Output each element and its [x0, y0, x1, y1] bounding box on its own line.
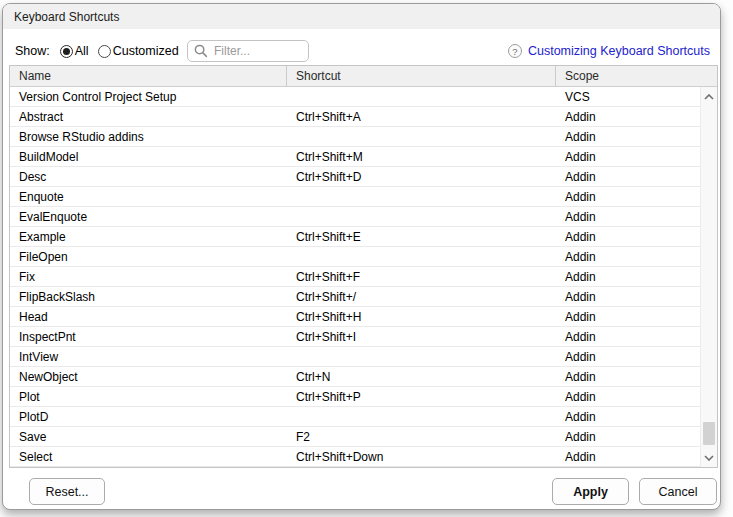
column-header-name[interactable]: Name [10, 66, 287, 86]
radio-all-label: All [75, 44, 89, 58]
cell-shortcut [287, 247, 556, 266]
radio-customized[interactable]: Customized [98, 44, 179, 58]
cell-shortcut: Ctrl+Shift+M [287, 147, 556, 166]
cell-shortcut: Ctrl+Shift+E [287, 227, 556, 246]
scroll-up-icon[interactable] [701, 89, 717, 104]
table-row[interactable]: IntView Addin [10, 347, 717, 367]
scrollbar-thumb[interactable] [703, 422, 715, 445]
cell-scope: Addin [556, 267, 717, 286]
cell-shortcut: Ctrl+Shift+/ [287, 287, 556, 306]
vertical-scrollbar[interactable] [700, 87, 717, 467]
table-row[interactable]: PlotD Addin [10, 407, 717, 427]
keyboard-shortcuts-dialog: Keyboard Shortcuts Show: All Customized [2, 3, 721, 510]
cell-shortcut [287, 347, 556, 366]
cell-name: Save [10, 427, 287, 446]
cell-shortcut: Ctrl+Shift+Down [287, 447, 556, 466]
column-header-shortcut[interactable]: Shortcut [287, 66, 556, 86]
filter-container [187, 40, 309, 62]
radio-customized-circle-icon[interactable] [98, 45, 111, 58]
cell-name: Head [10, 307, 287, 326]
table-row[interactable]: InspectPnt Ctrl+Shift+I Addin [10, 327, 717, 347]
cell-name: Abstract [10, 107, 287, 126]
table-row[interactable]: NewObject Ctrl+N Addin [10, 367, 717, 387]
cell-scope: Addin [556, 127, 717, 146]
table-row[interactable]: FlipBackSlash Ctrl+Shift+/ Addin [10, 287, 717, 307]
cell-scope: Addin [556, 227, 717, 246]
table-row[interactable]: Desc Ctrl+Shift+D Addin [10, 167, 717, 187]
cell-name: Version Control Project Setup [10, 87, 287, 106]
table-row[interactable]: Head Ctrl+Shift+H Addin [10, 307, 717, 327]
cell-scope: Addin [556, 307, 717, 326]
cell-shortcut: F2 [287, 427, 556, 446]
cell-scope: Addin [556, 107, 717, 126]
cell-scope: Addin [556, 287, 717, 306]
cell-name: Fix [10, 267, 287, 286]
table-body: Version Control Project Setup VCS Abstra… [10, 87, 717, 467]
table-row[interactable]: Abstract Ctrl+Shift+A Addin [10, 107, 717, 127]
table-row[interactable]: EvalEnquote Addin [10, 207, 717, 227]
apply-button[interactable]: Apply [552, 478, 629, 505]
cell-scope: Addin [556, 147, 717, 166]
cell-shortcut [287, 187, 556, 206]
cell-name: Select [10, 447, 287, 466]
reset-button[interactable]: Reset... [29, 478, 105, 505]
scroll-down-icon[interactable] [701, 450, 717, 465]
cell-scope: Addin [556, 347, 717, 366]
table-row[interactable]: Example Ctrl+Shift+E Addin [10, 227, 717, 247]
cell-scope: Addin [556, 427, 717, 446]
cell-name: NewObject [10, 367, 287, 386]
cell-shortcut: Ctrl+Shift+D [287, 167, 556, 186]
table-row[interactable]: Enquote Addin [10, 187, 717, 207]
cell-name: Desc [10, 167, 287, 186]
cell-name: FileOpen [10, 247, 287, 266]
table-row[interactable]: Version Control Project Setup VCS [10, 87, 717, 107]
column-header-scope[interactable]: Scope [556, 66, 717, 86]
cell-name: Plot [10, 387, 287, 406]
cell-shortcut [287, 87, 556, 106]
cell-scope: Addin [556, 167, 717, 186]
radio-group-show: All Customized [60, 44, 188, 58]
radio-all[interactable]: All [60, 44, 89, 58]
radio-customized-label: Customized [113, 44, 179, 58]
cell-name: Browse RStudio addins [10, 127, 287, 146]
cell-scope: VCS [556, 87, 717, 106]
table-row[interactable]: Plot Ctrl+Shift+P Addin [10, 387, 717, 407]
cancel-button[interactable]: Cancel [639, 478, 717, 505]
cell-name: PlotD [10, 407, 287, 426]
cell-shortcut [287, 207, 556, 226]
table-row[interactable]: Browse RStudio addins Addin [10, 127, 717, 147]
title-bar[interactable]: Keyboard Shortcuts [3, 4, 720, 29]
table-row[interactable]: BuildModel Ctrl+Shift+M Addin [10, 147, 717, 167]
shortcuts-table: Name Shortcut Scope Version Control Proj… [9, 65, 718, 468]
cell-scope: Addin [556, 447, 717, 466]
cell-scope: Addin [556, 367, 717, 386]
help-area: ? Customizing Keyboard Shortcuts [508, 40, 710, 62]
cell-name: FlipBackSlash [10, 287, 287, 306]
cell-shortcut: Ctrl+Shift+H [287, 307, 556, 326]
cell-name: EvalEnquote [10, 207, 287, 226]
cell-scope: Addin [556, 207, 717, 226]
cell-scope: Addin [556, 387, 717, 406]
table-row[interactable]: Select Ctrl+Shift+Down Addin [10, 447, 717, 467]
cell-scope: Addin [556, 187, 717, 206]
table-row[interactable]: Save F2 Addin [10, 427, 717, 447]
cell-name: Enquote [10, 187, 287, 206]
screen: Keyboard Shortcuts Show: All Customized [0, 0, 733, 517]
table-row[interactable]: FileOpen Addin [10, 247, 717, 267]
show-label: Show: [15, 44, 50, 58]
table-row[interactable]: Fix Ctrl+Shift+F Addin [10, 267, 717, 287]
cell-shortcut [287, 127, 556, 146]
cell-scope: Addin [556, 327, 717, 346]
cell-name: InspectPnt [10, 327, 287, 346]
cell-name: IntView [10, 347, 287, 366]
radio-all-circle-icon[interactable] [60, 45, 73, 58]
customizing-shortcuts-link[interactable]: Customizing Keyboard Shortcuts [528, 44, 710, 58]
cell-shortcut: Ctrl+Shift+P [287, 387, 556, 406]
cell-scope: Addin [556, 247, 717, 266]
cell-name: BuildModel [10, 147, 287, 166]
cell-shortcut: Ctrl+N [287, 367, 556, 386]
help-icon[interactable]: ? [508, 44, 522, 58]
cell-shortcut [287, 407, 556, 426]
cell-shortcut: Ctrl+Shift+I [287, 327, 556, 346]
dialog-title: Keyboard Shortcuts [14, 10, 119, 24]
